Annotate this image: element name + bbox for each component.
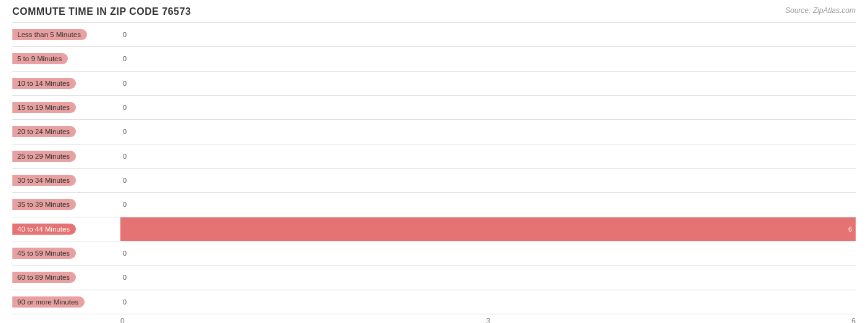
bar-label: 40 to 44 Minutes [12, 224, 76, 235]
bar-value: 6 [848, 225, 852, 233]
bar-label: 45 to 59 Minutes [12, 248, 76, 259]
bar-value: 0 [123, 177, 127, 184]
bar-row: 60 to 89 Minutes0 [12, 266, 856, 290]
bar-value: 0 [123, 274, 127, 281]
bar-value: 0 [123, 201, 127, 208]
x-axis: 036 [12, 317, 856, 323]
bar-row: 5 to 9 Minutes0 [12, 47, 856, 71]
bar-row: 40 to 44 Minutes6 [12, 217, 856, 241]
bar-row: Less than 5 Minutes0 [12, 22, 856, 47]
bar-fill: 6 [120, 217, 856, 241]
bar-row: 45 to 59 Minutes0 [12, 241, 856, 266]
bar-value: 0 [123, 31, 127, 38]
bar-row: 15 to 19 Minutes0 [12, 96, 856, 120]
chart-source: Source: ZipAtlas.com [785, 6, 856, 15]
bar-value: 0 [123, 128, 127, 135]
bar-row: 10 to 14 Minutes0 [12, 72, 856, 96]
bar-label: 35 to 39 Minutes [12, 199, 76, 210]
bar-value: 0 [123, 298, 127, 306]
bar-chart: Less than 5 Minutes05 to 9 Minutes010 to… [12, 22, 856, 314]
chart-container: COMMUTE TIME IN ZIP CODE 76573 Source: Z… [0, 0, 868, 323]
x-axis-label: 6 [851, 317, 856, 323]
bar-row: 35 to 39 Minutes0 [12, 193, 856, 217]
bar-value: 0 [123, 250, 127, 257]
x-axis-label: 0 [120, 317, 125, 323]
bar-label: 20 to 24 Minutes [12, 126, 76, 137]
bar-value: 0 [123, 104, 127, 111]
bar-label: 15 to 19 Minutes [12, 102, 76, 113]
bar-value: 0 [123, 153, 127, 160]
bar-row: 20 to 24 Minutes0 [12, 120, 856, 144]
x-axis-label: 3 [486, 317, 490, 323]
chart-title: COMMUTE TIME IN ZIP CODE 76573 [12, 6, 191, 17]
bar-label: 90 or more Minutes [12, 296, 85, 308]
chart-header: COMMUTE TIME IN ZIP CODE 76573 Source: Z… [12, 6, 856, 17]
bar-row: 30 to 34 Minutes0 [12, 169, 856, 193]
bar-label: 60 to 89 Minutes [12, 272, 76, 283]
bar-value: 0 [123, 55, 127, 62]
bar-label: 5 to 9 Minutes [12, 53, 68, 64]
bar-label: 10 to 14 Minutes [12, 78, 76, 89]
bar-label: Less than 5 Minutes [12, 29, 87, 40]
bar-value: 0 [123, 80, 127, 87]
bar-row: 25 to 29 Minutes0 [12, 145, 856, 169]
bar-label: 30 to 34 Minutes [12, 175, 76, 186]
bar-label: 25 to 29 Minutes [12, 151, 76, 162]
bar-row: 90 or more Minutes0 [12, 290, 856, 314]
